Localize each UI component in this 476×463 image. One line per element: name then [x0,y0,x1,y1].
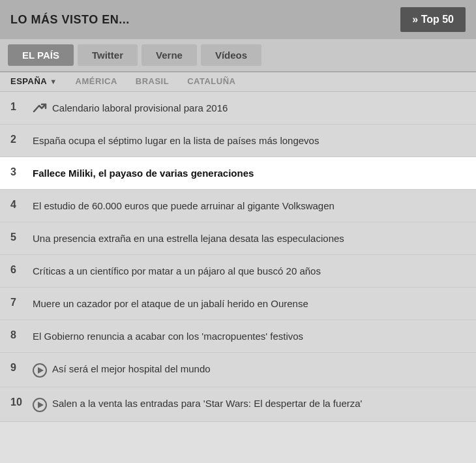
header: LO MÁS VISTO EN... Top 50 [0,0,476,39]
item-text: España ocupa el séptimo lugar en la list… [33,134,319,147]
video-icon [33,363,47,378]
tab-twitter[interactable]: Twitter [78,44,138,66]
tab-elpais[interactable]: EL PAÍS [8,44,74,66]
region-brasil[interactable]: BRASIL [136,76,169,86]
list-item[interactable]: 5Una presencia extraña en una estrella l… [0,222,476,255]
region-america[interactable]: AMÉRICA [76,76,117,86]
tab-videos[interactable]: Vídeos [201,44,261,66]
tab-bar: EL PAÍSTwitterVerneVídeos [0,39,476,72]
list-item[interactable]: 10Salen a la venta las entradas para 'St… [0,387,476,422]
list-item[interactable]: 3Fallece Miliki, el payaso de varias gen… [0,157,476,190]
trending-list: 1 Calendario laboral provisional para 20… [0,92,476,422]
item-text: El estudio de 60.000 euros que puede arr… [33,199,335,213]
tab-verne[interactable]: Verne [141,44,197,66]
video-icon [33,398,47,412]
item-text: Críticas a un científico por matar a un … [33,264,321,278]
region-cataluna[interactable]: CATALUÑA [187,76,235,86]
item-text: El Gobierno renuncia a acabar con los 'm… [33,329,303,343]
list-item[interactable]: 7Muere un cazador por el ataque de un ja… [0,288,476,320]
region-nav: ESPAÑA▼AMÉRICABRASILCATALUÑA [0,72,476,92]
item-text: Así será el mejor hospital del mundo [52,362,211,376]
region-dropdown-icon: ▼ [50,78,57,85]
list-item[interactable]: 9Así será el mejor hospital del mundo [0,353,476,387]
item-text: Una presencia extraña en una estrella le… [33,232,344,245]
trending-up-icon [33,102,47,114]
region-espana[interactable]: ESPAÑA▼ [10,76,57,86]
item-number: 7 [10,297,27,308]
page-title: LO MÁS VISTO EN... [10,13,130,27]
item-number: 10 [10,396,27,408]
list-item[interactable]: 6Críticas a un científico por matar a un… [0,255,476,288]
item-number: 4 [10,199,27,211]
list-item[interactable]: 1 Calendario laboral provisional para 20… [0,92,476,125]
list-item[interactable]: 8El Gobierno renuncia a acabar con los '… [0,320,476,353]
item-number: 1 [10,101,27,113]
list-item[interactable]: 4El estudio de 60.000 euros que puede ar… [0,190,476,222]
item-text: Calendario laboral provisional para 2016 [52,101,228,115]
item-text: Muere un cazador por el ataque de un jab… [33,297,308,310]
top50-button[interactable]: Top 50 [400,7,466,32]
item-number: 8 [10,329,27,341]
item-number: 9 [10,362,27,374]
item-number: 5 [10,232,27,243]
list-item[interactable]: 2España ocupa el séptimo lugar en la lis… [0,125,476,157]
item-number: 6 [10,264,27,276]
item-text: Salen a la venta las entradas para 'Star… [52,396,362,410]
item-text: Fallece Miliki, el payaso de varias gene… [33,166,254,180]
item-number: 2 [10,134,27,145]
item-number: 3 [10,166,27,178]
